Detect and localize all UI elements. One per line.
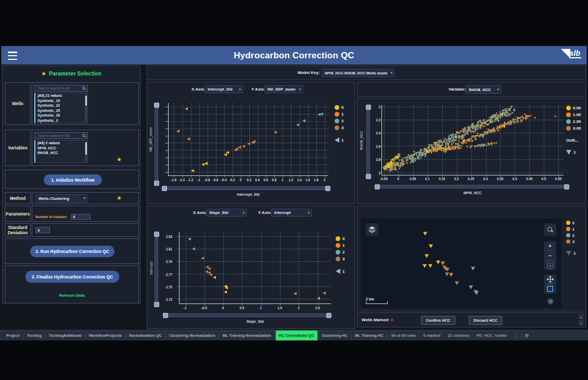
y-range-slider[interactable] (155, 232, 158, 307)
variables-list-scrollbar[interactable] (85, 141, 87, 162)
y-axis-select[interactable]: Intercept (271, 209, 312, 217)
map-well-marker[interactable] (436, 260, 440, 264)
gridline (515, 105, 515, 175)
standard-deviation-input[interactable] (35, 227, 50, 233)
slider-handle[interactable] (162, 186, 167, 191)
scroll-up-icon[interactable]: ▴ (579, 314, 583, 319)
scrollbar-thumb[interactable] (85, 96, 87, 106)
slider-handle[interactable] (154, 103, 159, 108)
variables-list[interactable]: (All) 2 valuesNPHI_HCCRHOB_HCC (34, 140, 88, 163)
legend-color-dot (566, 239, 570, 244)
y-range-slider[interactable] (366, 105, 370, 179)
legend-label: 1 (341, 138, 343, 143)
map-well-marker[interactable] (449, 273, 453, 276)
tick-mark (167, 107, 169, 107)
discard-hcc-button[interactable]: Discard HCC (469, 316, 502, 325)
y-axis-select[interactable]: ND_SEP_mean (264, 85, 303, 93)
map-well-marker[interactable] (423, 232, 427, 236)
tab-item[interactable]: Normalization QC (126, 331, 165, 340)
slider-handle[interactable] (163, 313, 168, 318)
tab-item[interactable]: ML Training HC (352, 331, 387, 340)
tick-mark (242, 303, 242, 306)
wells-search-input[interactable] (36, 86, 82, 91)
list-item[interactable]: RHOB_HCC (35, 150, 87, 156)
map-well-marker[interactable] (445, 268, 450, 271)
list-item[interactable]: Synthetic_32 (35, 123, 87, 123)
x-range-slider[interactable] (163, 313, 331, 317)
scatter-point (390, 162, 392, 164)
run-hcc-button[interactable]: 2. Run Hydrocarbon Correction QC (30, 246, 114, 257)
wells-list[interactable]: (All) 21 valuesSynthetic_19Synthetic_22S… (34, 93, 88, 123)
variables-star-icon[interactable] (117, 157, 122, 162)
globe-icon[interactable] (522, 331, 531, 340)
x-axis-select[interactable]: Slope_Std (206, 209, 247, 217)
scrollbar-thumb[interactable] (85, 142, 87, 155)
scatter-plot[interactable] (381, 105, 564, 175)
scatter-point (483, 134, 485, 136)
list-item[interactable]: Synthetic_26 (35, 113, 87, 118)
tab-item[interactable]: TechlogAddtional (46, 331, 85, 340)
tab-item[interactable]: Techlog (24, 331, 45, 340)
list-item[interactable]: (All) 21 values (35, 93, 87, 98)
menu-icon[interactable] (8, 52, 17, 60)
slider-handle[interactable] (325, 186, 330, 191)
tab-item[interactable]: WorkflowProjects (86, 331, 125, 340)
x-range-slider[interactable] (162, 186, 330, 190)
scroll-down-icon[interactable]: ▾ (579, 321, 583, 325)
gridline (382, 172, 564, 173)
list-item[interactable]: NPHI_HCC (35, 146, 87, 151)
refresh-data-link[interactable]: Refresh Data (5, 293, 138, 298)
map-well-marker[interactable] (423, 264, 427, 268)
map-well-marker[interactable] (471, 267, 475, 270)
kebab-menu-icon[interactable] (511, 331, 521, 340)
initialize-workflow-button[interactable]: 1. Initialize Workflow (44, 174, 102, 185)
map-well-marker[interactable] (428, 264, 432, 268)
tick-mark (216, 175, 216, 178)
method-select[interactable]: Wells-Clustering (35, 194, 87, 202)
variable-select[interactable]: RHOB_HCC (466, 85, 501, 94)
clusters-input[interactable] (71, 214, 91, 220)
tab-item[interactable]: HC Corrections QC (276, 331, 317, 340)
y-range-slider[interactable] (155, 103, 158, 186)
scatter-plot[interactable] (168, 103, 328, 176)
slider-handle[interactable] (366, 174, 371, 179)
slider-handle[interactable] (154, 302, 159, 307)
map-well-marker[interactable] (425, 254, 429, 258)
list-item[interactable]: Synthetic_19 (35, 98, 87, 104)
slider-handle[interactable] (154, 232, 159, 237)
confirm-hcc-button[interactable]: Confirm HCC (421, 316, 455, 325)
slider-handle[interactable] (564, 184, 569, 189)
x-tick-label: 0.2 (454, 177, 459, 181)
model-key-select[interactable]: NPHI_HCC-RHOB_HCC:Wells clustering (322, 69, 394, 77)
map-well-marker[interactable] (445, 273, 449, 276)
map-view[interactable]: + − 2 km (361, 218, 561, 308)
slider-handle[interactable] (375, 184, 380, 189)
map-well-marker[interactable] (429, 244, 433, 248)
tab-item[interactable]: Clustering Normalization (166, 331, 219, 340)
tab-item[interactable]: Project (3, 331, 22, 340)
map-well-marker[interactable] (469, 286, 473, 289)
finalize-hcc-button[interactable]: 3. Finalize Hydrocarbon Correction QC (25, 271, 119, 283)
list-item[interactable]: (All) 2 values (35, 141, 87, 146)
scatter-plot[interactable] (179, 232, 331, 304)
method-star-icon[interactable] (117, 195, 122, 201)
wells-list-scrollbar[interactable] (85, 94, 87, 122)
legend-label: 1 (573, 150, 576, 155)
legend-label: 2 (341, 119, 343, 123)
y-tick-label: 2.77 (166, 272, 172, 276)
list-item[interactable]: Synthetic_25 (35, 108, 87, 113)
x-axis-select[interactable]: Intercept_Std (204, 85, 243, 93)
scatter-point (466, 133, 468, 135)
tab-item[interactable]: Clustering HC (318, 331, 351, 340)
slider-handle[interactable] (366, 105, 371, 110)
map-well-marker[interactable] (475, 292, 479, 295)
slider-handle[interactable] (326, 313, 331, 318)
slider-handle[interactable] (154, 181, 159, 186)
list-item[interactable]: Synthetic_3 (35, 118, 87, 123)
map-well-marker[interactable] (455, 281, 459, 285)
map-well-marker[interactable] (441, 261, 445, 265)
tab-item[interactable]: ML Training Normalization (220, 331, 275, 340)
list-item[interactable]: Synthetic_22 (35, 103, 87, 108)
x-range-slider[interactable] (375, 185, 569, 188)
variables-search-input[interactable] (36, 133, 82, 138)
